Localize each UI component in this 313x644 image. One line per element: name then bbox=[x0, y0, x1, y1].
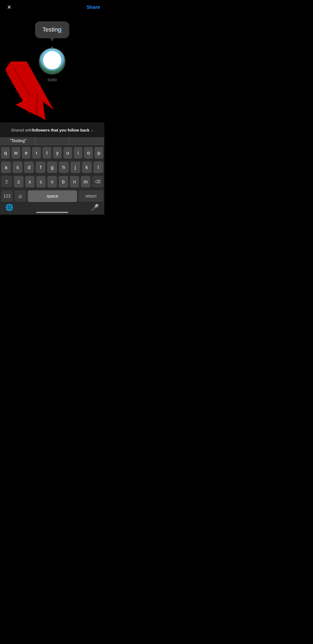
caption-text: Testing bbox=[43, 26, 61, 33]
shared-with-prefix: Shared with bbox=[11, 128, 32, 132]
autocomplete-suggestion-2[interactable] bbox=[35, 137, 69, 145]
avatar-dot bbox=[51, 47, 53, 49]
key-row-3: ⇧ z x c v b n m ⌫ bbox=[1, 176, 103, 188]
globe-icon[interactable]: 🌐 bbox=[5, 204, 13, 211]
key-r[interactable]: r bbox=[32, 147, 41, 159]
delete-key[interactable]: ⌫ bbox=[92, 176, 103, 188]
autocomplete-suggestion-3[interactable] bbox=[69, 137, 103, 145]
shared-with-audience: followers that you follow back bbox=[32, 128, 89, 132]
key-i[interactable]: i bbox=[74, 147, 83, 159]
chevron-down-icon: ⌄ bbox=[90, 128, 93, 132]
key-c[interactable]: c bbox=[36, 176, 46, 188]
key-k[interactable]: k bbox=[82, 161, 92, 173]
caption-bubble[interactable]: Testing bbox=[35, 21, 70, 38]
key-n[interactable]: n bbox=[70, 176, 79, 188]
key-o[interactable]: o bbox=[84, 147, 93, 159]
return-key[interactable]: return bbox=[79, 190, 103, 202]
key-j[interactable]: j bbox=[70, 161, 80, 173]
keyboard: "Testing" q w e r t y u i o p a s d f g … bbox=[0, 137, 104, 215]
key-z[interactable]: z bbox=[14, 176, 24, 188]
key-l[interactable]: l bbox=[93, 161, 103, 173]
key-d[interactable]: d bbox=[24, 161, 34, 173]
key-f[interactable]: f bbox=[36, 161, 45, 173]
key-p[interactable]: p bbox=[94, 147, 103, 159]
text-cursor bbox=[61, 28, 62, 33]
shift-key[interactable]: ⇧ bbox=[1, 176, 12, 188]
close-button[interactable]: ✕ bbox=[4, 2, 14, 12]
autocomplete-suggestion-1[interactable]: "Testing" bbox=[1, 137, 35, 145]
key-row-1: q w e r t y u i o p bbox=[1, 147, 103, 159]
autocomplete-bar: "Testing" bbox=[0, 137, 104, 145]
shared-with-bar[interactable]: Shared with followers that you follow ba… bbox=[0, 123, 104, 137]
header: ✕ Share bbox=[0, 0, 104, 14]
key-g[interactable]: g bbox=[47, 161, 57, 173]
key-a[interactable]: a bbox=[1, 161, 11, 173]
keys-area: q w e r t y u i o p a s d f g h j k l ⇧ … bbox=[0, 145, 104, 203]
key-w[interactable]: w bbox=[12, 147, 20, 159]
key-v[interactable]: v bbox=[47, 176, 57, 188]
key-row-2: a s d f g h j k l bbox=[1, 161, 103, 173]
microphone-icon[interactable]: 🎤 bbox=[91, 204, 99, 211]
share-button[interactable]: Share bbox=[87, 5, 100, 10]
red-arrow bbox=[5, 61, 54, 121]
close-icon: ✕ bbox=[7, 4, 12, 10]
key-t[interactable]: t bbox=[43, 147, 51, 159]
key-b[interactable]: b bbox=[59, 176, 68, 188]
key-u[interactable]: u bbox=[63, 147, 72, 159]
home-indicator bbox=[36, 212, 68, 213]
key-e[interactable]: e bbox=[22, 147, 31, 159]
key-row-4: 123 ☺ space return bbox=[1, 190, 103, 202]
key-y[interactable]: y bbox=[53, 147, 62, 159]
key-x[interactable]: x bbox=[25, 176, 35, 188]
emoji-key[interactable]: ☺ bbox=[14, 190, 26, 202]
space-key[interactable]: space bbox=[28, 190, 77, 202]
numbers-key[interactable]: 123 bbox=[1, 190, 13, 202]
key-h[interactable]: h bbox=[59, 161, 69, 173]
key-q[interactable]: q bbox=[1, 147, 10, 159]
key-m[interactable]: m bbox=[81, 176, 90, 188]
key-s[interactable]: s bbox=[13, 161, 22, 173]
